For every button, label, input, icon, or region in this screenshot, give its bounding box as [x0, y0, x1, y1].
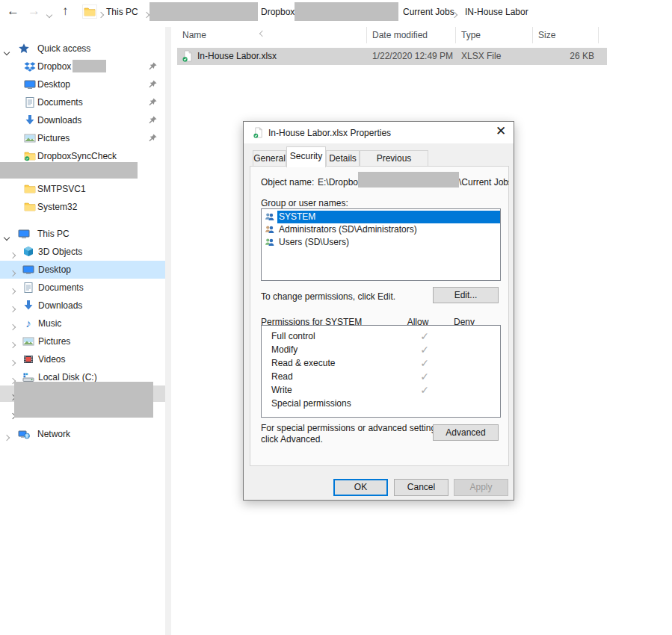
group-item-administrators[interactable]: Administrators (SD\Administrators): [262, 223, 500, 236]
recent-locations-dropdown[interactable]: [47, 9, 52, 19]
redacted-breadcrumb-segment: [295, 2, 398, 21]
file-row-in-house-labor[interactable]: In-House Labor.xlsx 1/22/2020 12:49 PM X…: [177, 48, 607, 65]
chevron-collapsed-icon[interactable]: [10, 267, 15, 278]
security-tab-panel: Object name: E:\Dropbox \Current Jobs\IN…: [250, 166, 509, 466]
allow-checkmark-icon: ✓: [410, 356, 440, 370]
sidebar-item-documents-pc[interactable]: Documents: [0, 279, 165, 297]
sidebar-item-downloads-pc[interactable]: Downloads: [0, 297, 165, 315]
column-header-type[interactable]: Type: [461, 30, 481, 40]
folder-icon: [24, 201, 36, 213]
sidebar-item-pictures-pc[interactable]: Pictures: [0, 332, 165, 350]
edit-button[interactable]: Edit...: [433, 287, 499, 303]
tab-previous-versions[interactable]: Previous Versions: [360, 150, 428, 167]
sidebar-item-label: Desktop: [38, 264, 71, 276]
breadcrumb-dropbox[interactable]: Dropbox: [261, 6, 295, 19]
documents-icon: [24, 96, 36, 108]
sidebar-item-videos[interactable]: Videos: [0, 350, 165, 368]
tab-details[interactable]: Details: [326, 150, 360, 167]
breadcrumb-in-house-labor[interactable]: IN-House Labor: [465, 6, 528, 19]
tab-security[interactable]: Security: [286, 146, 326, 167]
sidebar-item-documents-qa[interactable]: Documents: [0, 93, 165, 111]
breadcrumb-chevron-icon: [452, 9, 457, 19]
column-header-size[interactable]: Size: [538, 30, 555, 40]
column-separator[interactable]: [366, 27, 367, 43]
pin-icon: [147, 115, 158, 126]
sidebar-item-system32[interactable]: System32: [0, 198, 165, 216]
permission-row: Read ✓: [262, 370, 500, 383]
edit-hint-text: To change permissions, click Edit.: [261, 291, 395, 302]
column-separator[interactable]: [598, 27, 599, 43]
sidebar-item-label: Documents: [37, 97, 83, 108]
breadcrumb-current-jobs[interactable]: Current Jobs: [403, 6, 454, 19]
cancel-button[interactable]: Cancel: [394, 479, 448, 496]
permission-row: Write ✓: [262, 383, 500, 397]
chevron-collapsed-icon[interactable]: [10, 250, 15, 260]
videos-icon: [22, 353, 34, 365]
apply-button[interactable]: Apply: [454, 479, 508, 496]
file-date-modified: 1/22/2020 12:49 PM: [372, 51, 453, 62]
sort-ascending-icon: [260, 28, 265, 38]
up-button[interactable]: ↑: [62, 4, 69, 19]
back-button[interactable]: ←: [7, 4, 19, 19]
dialog-titlebar: In-House Labor.xlsx Properties ✕: [244, 122, 514, 143]
sidebar-item-label: Dropbox: [37, 61, 71, 72]
chevron-collapsed-icon[interactable]: [10, 321, 15, 332]
group-item-system[interactable]: SYSTEM: [262, 211, 500, 223]
sidebar-item-label: Pictures: [38, 336, 70, 347]
sidebar-item-label: Documents: [38, 282, 84, 294]
sidebar-item-desktop-pc[interactable]: Desktop: [0, 261, 165, 279]
sidebar-item-dropbox[interactable]: Dropbox: [0, 58, 165, 75]
sidebar-item-this-pc[interactable]: This PC: [0, 225, 165, 243]
sidebar-item-label: Music: [38, 318, 61, 329]
sidebar-item-3d-objects[interactable]: 3D Objects: [0, 243, 165, 261]
sidebar-item-pictures-qa[interactable]: Pictures: [0, 129, 165, 147]
chevron-collapsed-icon[interactable]: [10, 339, 15, 350]
folder-icon: [24, 183, 36, 195]
breadcrumb-this-pc[interactable]: This PC: [106, 6, 138, 19]
downloads-icon: [22, 300, 34, 312]
group-item-label: Users (SD\Users): [279, 236, 349, 249]
sidebar-item-network[interactable]: Network: [0, 425, 165, 443]
column-separator[interactable]: [455, 27, 456, 43]
breadcrumb-chevron-icon: [99, 9, 103, 19]
sidebar-item-downloads-qa[interactable]: Downloads: [0, 111, 165, 129]
group-item-users[interactable]: Users (SD\Users): [262, 236, 500, 249]
3d-objects-icon: [22, 246, 34, 258]
allow-checkmark-icon: ✓: [410, 370, 440, 383]
sidebar-item-label: System32: [37, 202, 77, 213]
desktop-icon: [22, 264, 34, 276]
object-name-value-suffix: \Current Jobs\IN-H: [459, 177, 509, 188]
sidebar-item-quick-access[interactable]: Quick access: [0, 40, 165, 58]
column-header-date-modified[interactable]: Date modified: [372, 30, 428, 40]
column-header-name[interactable]: Name: [182, 30, 206, 40]
allow-checkmark-icon: ✓: [410, 343, 440, 356]
chevron-collapsed-icon[interactable]: [10, 285, 15, 296]
chevron-expanded-icon[interactable]: [4, 46, 9, 57]
chevron-collapsed-icon[interactable]: [10, 357, 15, 368]
sidebar-item-smtpsvc1[interactable]: SMTPSVC1: [0, 180, 165, 198]
chevron-collapsed-icon[interactable]: [10, 303, 15, 314]
sidebar-scrollbar[interactable]: [165, 27, 171, 635]
sidebar-item-music[interactable]: ♪ Music: [0, 315, 165, 332]
group-user-listbox[interactable]: SYSTEM Administrators (SD\Administrators…: [261, 208, 501, 281]
redacted-text: [73, 60, 106, 72]
allow-checkmark-icon: ✓: [410, 383, 440, 397]
sidebar-item-label: Desktop: [37, 79, 70, 90]
column-separator[interactable]: [532, 27, 533, 43]
file-name: In-House Labor.xlsx: [197, 51, 277, 62]
forward-button[interactable]: →: [28, 4, 40, 19]
tab-general[interactable]: General: [253, 150, 286, 167]
breadcrumb-chevron-icon: [144, 9, 149, 19]
folder-synced-icon: [24, 150, 36, 162]
ok-button[interactable]: OK: [333, 479, 388, 496]
group-or-user-names-label: Group or user names:: [261, 198, 348, 208]
pin-icon: [147, 61, 158, 72]
permissions-listbox[interactable]: Full control ✓ Modify ✓ Read & execute ✓…: [261, 325, 501, 418]
advanced-button[interactable]: Advanced: [433, 424, 499, 441]
sidebar-item-desktop-qa[interactable]: Desktop: [0, 75, 165, 93]
sidebar-item-label: Network: [37, 429, 70, 440]
redacted-sidebar-block: [14, 382, 153, 418]
chevron-expanded-icon[interactable]: [4, 232, 9, 242]
close-icon[interactable]: ✕: [488, 122, 514, 143]
chevron-collapsed-icon[interactable]: [4, 432, 9, 442]
